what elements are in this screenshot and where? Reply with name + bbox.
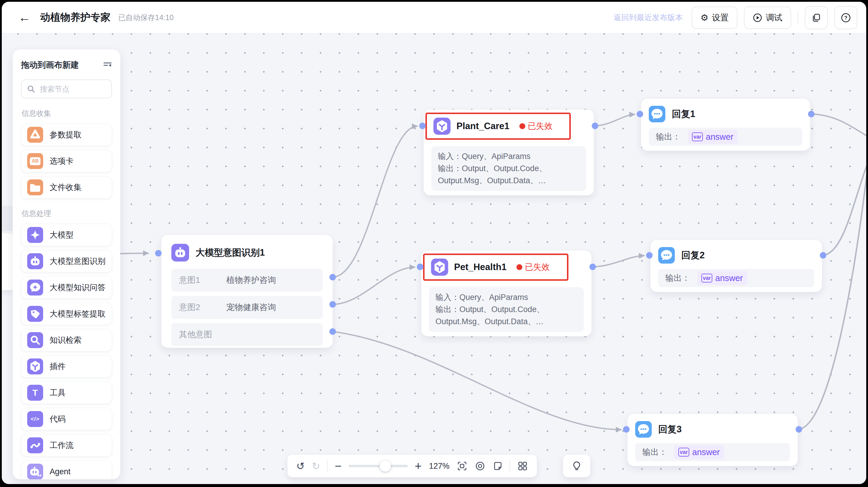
answer-variable-chip[interactable]: var answer bbox=[688, 130, 738, 144]
port-reply1-in[interactable] bbox=[637, 111, 643, 117]
port-reply3-out[interactable] bbox=[796, 426, 802, 433]
palette-item-label: 大模型意图识别 bbox=[50, 256, 105, 267]
app-window: 大模型意图识别1 意图1 植物养护咨询 意图2 宠物健康咨询 其他意图 Plan… bbox=[0, 0, 868, 487]
workflow-icon bbox=[27, 437, 43, 453]
layout-grid-icon[interactable] bbox=[517, 461, 528, 471]
section-label-process: 信息处理 bbox=[22, 209, 112, 218]
intent-row-other[interactable]: 其他意图 bbox=[172, 323, 322, 346]
collapse-panel-icon[interactable] bbox=[103, 61, 112, 69]
port-reply3-in[interactable] bbox=[623, 426, 629, 433]
debug-button[interactable]: 调试 bbox=[744, 6, 791, 29]
palette-item-knowledge-search[interactable]: 知识检索 bbox=[21, 329, 112, 352]
output-label: 输出： bbox=[438, 164, 462, 173]
node-title: 大模型意图识别1 bbox=[195, 246, 265, 259]
palette-item-label: 文件收集 bbox=[50, 182, 82, 193]
search-input[interactable] bbox=[39, 85, 106, 94]
port-reply2-out[interactable] bbox=[820, 252, 826, 258]
port-plant-out[interactable] bbox=[592, 123, 598, 129]
settings-button[interactable]: ⚙ 设置 bbox=[692, 6, 737, 29]
palette-item-code[interactable]: </> 代码 bbox=[21, 408, 112, 430]
output-label: 输出： bbox=[435, 305, 459, 314]
palette-item-label: 工作流 bbox=[50, 440, 73, 451]
zoom-out-icon[interactable]: − bbox=[335, 460, 342, 472]
plugin-hexagon-icon bbox=[27, 359, 43, 374]
node-reply-2[interactable]: 回复2 输出： var answer bbox=[651, 240, 822, 292]
input-label: 输入： bbox=[435, 293, 459, 302]
palette-item-agent[interactable]: Agent bbox=[21, 460, 112, 479]
palette-item-llm[interactable]: 大模型 bbox=[21, 224, 112, 246]
port-intent2-out[interactable] bbox=[330, 301, 336, 308]
node-reply-3[interactable]: 回复3 输出： var answer bbox=[627, 414, 798, 466]
palette-item-knowledge-qa[interactable]: 大模型知识问答 bbox=[21, 276, 112, 299]
toolbar-divider bbox=[509, 460, 510, 472]
revert-to-published-link[interactable]: 返回到最近发布版本 bbox=[614, 12, 683, 23]
port-reply2-in[interactable] bbox=[646, 252, 653, 258]
back-arrow-icon[interactable]: ← bbox=[18, 11, 31, 24]
node-search-box bbox=[21, 80, 112, 98]
preview-eye-icon[interactable] bbox=[474, 460, 486, 471]
settings-label: 设置 bbox=[712, 12, 728, 23]
invalid-highlight-box: Plant_Care1 已失效 bbox=[426, 113, 571, 140]
port-intent-other-out[interactable] bbox=[330, 328, 336, 335]
node-reply-1[interactable]: 回复1 输出： var answer bbox=[641, 99, 810, 151]
workflow-editor-screen: 大模型意图识别1 意图1 植物养护咨询 意图2 宠物健康咨询 其他意图 Plan… bbox=[2, 2, 866, 484]
reply-output-row: 输出： var answer bbox=[649, 128, 802, 146]
toolbar-divider bbox=[327, 460, 328, 472]
palette-item-label: 选项卡 bbox=[50, 156, 73, 166]
palette-item-plugin[interactable]: 插件 bbox=[21, 355, 112, 378]
answer-variable-chip[interactable]: var answer bbox=[674, 445, 724, 459]
output-label: 输出： bbox=[642, 447, 667, 458]
palette-item-workflow[interactable]: 工作流 bbox=[21, 434, 112, 457]
node-plugin-pet-health[interactable]: Pet_Health1 已失效 输入：Query、ApiParams 输出：Ou… bbox=[421, 251, 591, 336]
node-title: Plant_Care1 bbox=[457, 121, 509, 131]
reply-node-icon bbox=[635, 421, 652, 438]
tag-icon bbox=[27, 306, 43, 322]
invalid-highlight-box: Pet_Health1 已失效 bbox=[423, 253, 568, 281]
port-intent1-out[interactable] bbox=[330, 274, 336, 280]
port-pet-out[interactable] bbox=[589, 264, 596, 270]
help-button[interactable]: ? bbox=[834, 6, 857, 29]
zoom-in-icon[interactable]: + bbox=[415, 460, 422, 472]
gear-icon: ⚙ bbox=[701, 12, 709, 23]
port-intent-in[interactable] bbox=[155, 250, 162, 256]
port-plant-in[interactable] bbox=[419, 123, 426, 129]
zoom-slider-thumb[interactable] bbox=[380, 460, 391, 471]
question-circle-icon: ? bbox=[841, 13, 851, 23]
svg-text:?: ? bbox=[844, 15, 847, 21]
node-intent-recognition[interactable]: 大模型意图识别1 意图1 植物养护咨询 意图2 宠物健康咨询 其他意图 bbox=[161, 235, 333, 348]
palette-item-label: 工具 bbox=[50, 388, 66, 398]
redo-icon[interactable]: ↻ bbox=[312, 461, 320, 471]
duplicate-button[interactable] bbox=[805, 6, 828, 29]
intent-row-1[interactable]: 意图1 植物养护咨询 bbox=[172, 269, 322, 292]
palette-item-file-collect[interactable]: 文件收集 bbox=[21, 176, 112, 199]
port-pet-in[interactable] bbox=[417, 264, 423, 270]
zoom-slider[interactable] bbox=[349, 465, 408, 467]
header-divider bbox=[798, 11, 798, 25]
robot-icon bbox=[27, 253, 43, 269]
palette-item-intent-recognition[interactable]: 大模型意图识别 bbox=[21, 250, 112, 272]
var-icon: var bbox=[701, 274, 712, 282]
fit-view-icon[interactable] bbox=[457, 461, 467, 471]
undo-icon[interactable]: ↺ bbox=[296, 461, 305, 471]
intent-row-2[interactable]: 意图2 宠物健康咨询 bbox=[172, 296, 322, 319]
intent-value: 宠物健康咨询 bbox=[226, 302, 276, 313]
palette-item-param-extract[interactable]: 参数提取 bbox=[21, 124, 112, 146]
tips-button[interactable] bbox=[563, 455, 590, 477]
answer-variable-chip[interactable]: var answer bbox=[697, 271, 747, 285]
node-plugin-plant-care[interactable]: Plant_Care1 已失效 输入：Query、ApiParams 输出：Ou… bbox=[424, 110, 594, 195]
sticky-note-icon[interactable] bbox=[493, 461, 503, 471]
palette-item-option-card[interactable]: AB 选项卡 bbox=[21, 150, 112, 172]
code-icon: </> bbox=[27, 411, 43, 427]
port-reply1-out[interactable] bbox=[808, 111, 814, 117]
knowledge-search-icon bbox=[27, 332, 43, 348]
copy-icon bbox=[812, 13, 821, 23]
canvas-toolbar: ↺ ↻ − + 127% bbox=[287, 455, 537, 477]
autosave-status: 已自动保存14:10 bbox=[118, 13, 174, 23]
option-card-icon: AB bbox=[27, 153, 43, 169]
top-bar: ← 动植物养护专家 已自动保存14:10 返回到最近发布版本 ⚙ 设置 调试 bbox=[2, 2, 866, 33]
palette-item-tag-extract[interactable]: 大模型标签提取 bbox=[21, 303, 112, 325]
palette-item-tool[interactable]: T 工具 bbox=[21, 382, 112, 404]
play-circle-icon bbox=[753, 13, 762, 23]
hidden-start-node-sliver bbox=[2, 234, 14, 290]
palette-item-label: 知识检索 bbox=[50, 335, 82, 345]
